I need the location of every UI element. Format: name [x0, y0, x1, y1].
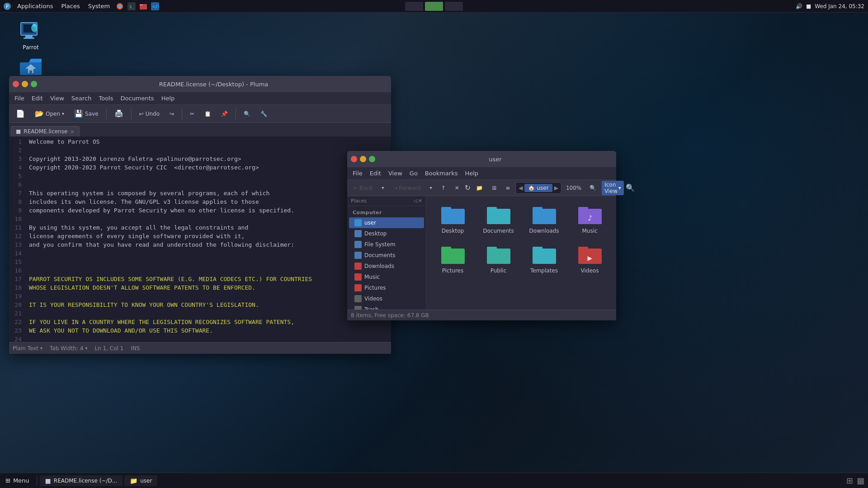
- fm-menu-file[interactable]: File: [349, 169, 366, 178]
- pluma-new-btn[interactable]: 📄: [12, 107, 29, 120]
- sidebar-item-desktop[interactable]: Desktop: [349, 228, 424, 239]
- pluma-menu-help[interactable]: Help: [158, 94, 179, 103]
- pluma-find-btn[interactable]: 🔍: [240, 108, 255, 119]
- pluma-menu-edit[interactable]: Edit: [28, 94, 47, 103]
- sidebar-item-documents[interactable]: Documents: [349, 250, 424, 261]
- pluma-editor[interactable]: 1Welcome to Parrot OS23Copyright 2013-20…: [9, 136, 391, 342]
- fm-file-videos[interactable]: ▶Videos: [569, 241, 611, 277]
- fm-view-btn[interactable]: ⊞: [488, 183, 500, 192]
- fm-titlebar: user: [347, 151, 616, 167]
- fm-view-mode[interactable]: Icon View ▾: [602, 181, 624, 195]
- fm-list-btn[interactable]: ≡: [502, 183, 514, 192]
- fm-menu-edit[interactable]: Edit: [366, 169, 385, 178]
- fm-file-public[interactable]: Public: [477, 241, 519, 277]
- fm-file-music[interactable]: ♪Music: [569, 202, 611, 238]
- fm-search-btn[interactable]: 🔍: [626, 182, 635, 194]
- taskbar-task-pluma[interactable]: ■ README.license (~/D...: [40, 475, 123, 486]
- fm-menu-go[interactable]: Go: [406, 169, 421, 178]
- sidebar-downloads-label: Downloads: [364, 263, 394, 269]
- menu-places[interactable]: Places: [57, 2, 83, 10]
- fm-maximize-btn[interactable]: [369, 156, 375, 162]
- pluma-open-btn[interactable]: 📂 Open: [31, 107, 68, 120]
- open-label: Open: [46, 111, 60, 117]
- editor-line: 11By using this system, you accept all t…: [9, 224, 391, 233]
- fm-breadcrumb-active[interactable]: 🏠 user: [524, 184, 552, 192]
- toolbar-sep-1: [106, 108, 107, 119]
- files-icon[interactable]: [138, 1, 149, 12]
- pluma-print-btn[interactable]: 🖨️: [110, 107, 127, 120]
- pluma-tab-readme[interactable]: ■ README.license ×: [11, 126, 80, 136]
- pluma-paste-btn[interactable]: 📌: [217, 108, 232, 119]
- center-bar-3[interactable]: [445, 2, 463, 11]
- fm-cancel-btn[interactable]: ✕: [451, 183, 463, 192]
- pluma-maximize-btn[interactable]: [31, 81, 37, 87]
- pluma-close-btn[interactable]: [13, 81, 19, 87]
- fm-file-documents[interactable]: Documents: [477, 202, 519, 238]
- fm-file-desktop[interactable]: Desktop: [432, 202, 474, 238]
- parrot-os-icon[interactable]: P: [2, 1, 13, 12]
- bottom-list-icon[interactable]: ▦: [857, 476, 864, 485]
- volume-icon[interactable]: 🔊: [796, 3, 802, 9]
- pluma-cut-btn[interactable]: ✂️: [186, 108, 198, 119]
- network-icon: ■: [806, 3, 811, 9]
- pluma-menu-file[interactable]: File: [11, 94, 28, 103]
- fm-file-grid: DesktopDocumentsDownloads♪MusicPicturesP…: [426, 196, 616, 310]
- desktop-icon-parrot[interactable]: Parrot: [13, 19, 49, 52]
- bottom-grid-icon[interactable]: ⊞: [846, 476, 853, 485]
- tab-close-btn[interactable]: ×: [70, 129, 74, 135]
- sidebar-item-videos[interactable]: Videos: [349, 293, 424, 304]
- fm-menu-help[interactable]: Help: [461, 169, 482, 178]
- menu-system[interactable]: System: [85, 2, 113, 10]
- fm-zoom-control[interactable]: 🔍: [586, 183, 600, 192]
- fm-back-btn[interactable]: ← Back: [350, 183, 376, 192]
- center-bar-1[interactable]: [405, 2, 423, 11]
- line-number: 3: [9, 155, 25, 164]
- line-number: 24: [9, 336, 25, 342]
- pluma-undo-btn[interactable]: ↩ Undo: [135, 108, 164, 119]
- fm-back-dropdown[interactable]: [378, 184, 387, 192]
- sidebar-item-user[interactable]: user: [349, 217, 424, 228]
- fm-forward-dropdown[interactable]: [426, 184, 436, 192]
- cancel-icon: ✕: [455, 185, 459, 191]
- sidebar-item-music[interactable]: Music: [349, 272, 424, 282]
- pluma-menu-search[interactable]: Search: [68, 94, 95, 103]
- editor-line: 13and you confirm that you have read and…: [9, 241, 391, 250]
- pluma-menu-tools[interactable]: Tools: [95, 94, 117, 103]
- fm-up-btn[interactable]: ↑: [438, 183, 449, 192]
- center-bar-2[interactable]: [425, 2, 443, 11]
- status-tab-width[interactable]: Tab Width: 4: [50, 345, 88, 352]
- fm-new-folder-btn[interactable]: 📁: [472, 183, 486, 192]
- fm-file-downloads[interactable]: Downloads: [523, 202, 565, 238]
- places-close-btn[interactable]: ✕: [418, 198, 422, 204]
- code-icon[interactable]: </>: [150, 1, 160, 12]
- fm-forward-btn[interactable]: → Forward: [389, 183, 424, 192]
- pluma-menu-documents[interactable]: Documents: [117, 94, 158, 103]
- taskbar-task-fm[interactable]: 📁 user: [124, 475, 157, 486]
- sidebar-item-filesystem[interactable]: File System: [349, 239, 424, 250]
- sidebar-item-pictures[interactable]: Pictures: [349, 282, 424, 293]
- fm-file-templates[interactable]: Templates: [523, 241, 565, 277]
- fm-reload-btn[interactable]: ↻: [465, 182, 471, 194]
- pluma-copy-btn[interactable]: 📋: [200, 108, 215, 119]
- sidebar-item-trash[interactable]: Trash: [349, 304, 424, 310]
- fm-address-bar[interactable]: ◀ 🏠 user ▶: [515, 182, 561, 194]
- new-folder-icon: 📁: [476, 185, 483, 191]
- pluma-redo-btn[interactable]: ↪: [165, 108, 178, 119]
- places-add-btn[interactable]: ◁: [413, 198, 417, 204]
- pluma-replace-btn[interactable]: 🔧: [256, 108, 271, 119]
- terminal-icon[interactable]: $_: [126, 1, 137, 12]
- bottom-menu-btn[interactable]: ⊞ Menu: [0, 475, 35, 486]
- pluma-minimize-btn[interactable]: [22, 81, 28, 87]
- fm-menu-bookmarks[interactable]: Bookmarks: [421, 169, 462, 178]
- fm-close-btn[interactable]: [351, 156, 357, 162]
- pluma-menu-view[interactable]: View: [47, 94, 68, 103]
- line-content: [25, 216, 29, 224]
- menu-applications[interactable]: Applications: [14, 2, 57, 10]
- firefox-icon[interactable]: [114, 1, 125, 12]
- pluma-save-btn[interactable]: 💾 Save: [70, 107, 102, 120]
- sidebar-item-downloads[interactable]: Downloads: [349, 261, 424, 272]
- fm-file-pictures[interactable]: Pictures: [432, 241, 474, 277]
- fm-menu-view[interactable]: View: [385, 169, 406, 178]
- fm-minimize-btn[interactable]: [360, 156, 366, 162]
- status-type[interactable]: Plain Text: [13, 345, 42, 352]
